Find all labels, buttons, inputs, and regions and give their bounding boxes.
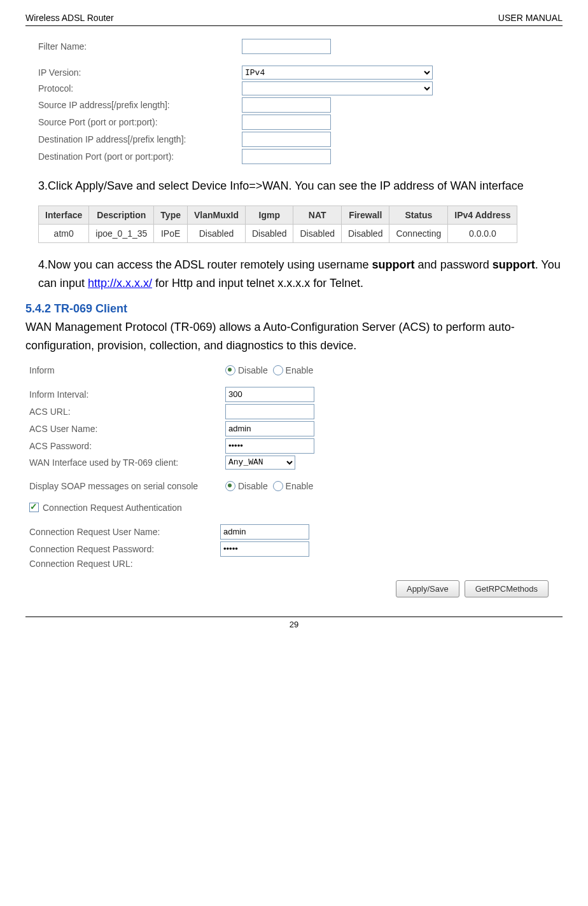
enable-label: Enable	[286, 365, 314, 375]
section-heading-542: 5.4.2 TR-069 Client	[25, 302, 563, 316]
inform-interval-label: Inform Interval:	[29, 389, 225, 400]
acs-url-label: ACS URL:	[29, 407, 225, 417]
cell-description: ipoe_0_1_35	[89, 224, 154, 242]
filter-form: Filter Name: IP Version: IPv4 Protocol: …	[38, 39, 563, 164]
soap-enable-radio[interactable]	[273, 481, 283, 491]
step-4-text: 4.Now you can access the ADSL router rem…	[38, 256, 563, 293]
apply-save-button[interactable]: Apply/Save	[396, 580, 459, 597]
col-status: Status	[389, 206, 448, 224]
col-igmp: Igmp	[246, 206, 293, 224]
col-firewall: Firewall	[341, 206, 389, 224]
section-body: WAN Management Protocol (TR-069) allows …	[25, 318, 563, 355]
soap-enable-label: Enable	[286, 481, 314, 491]
ip-version-select[interactable]: IPv4	[242, 66, 433, 80]
cell-interface: atm0	[39, 224, 89, 242]
conn-auth-label: Connection Request Authentication	[43, 503, 182, 513]
col-nat: NAT	[293, 206, 341, 224]
dst-ip-input[interactable]	[242, 132, 331, 147]
src-port-label: Source Port (port or port:port):	[38, 117, 242, 127]
example-link[interactable]: http://x.x.x.x/	[88, 277, 152, 289]
src-ip-label: Source IP address[/prefix length]:	[38, 100, 242, 110]
conn-auth-checkbox[interactable]	[29, 503, 39, 512]
inform-enable-radio[interactable]	[273, 365, 283, 375]
cell-type: IPoE	[154, 224, 188, 242]
wan-status-table: Interface Description Type VlanMuxId Igm…	[38, 206, 517, 243]
cr-pass-input[interactable]	[220, 541, 309, 557]
inform-interval-input[interactable]	[225, 387, 314, 402]
cr-user-label: Connection Request User Name:	[29, 527, 220, 537]
filter-name-input[interactable]	[242, 39, 331, 54]
filter-name-label: Filter Name:	[38, 41, 242, 52]
soap-label: Display SOAP messages on serial console	[29, 481, 225, 491]
page-header: Wireless ADSL Router USER MANUAL	[25, 13, 563, 26]
disable-label: Disable	[238, 365, 268, 375]
soap-disable-radio[interactable]	[225, 481, 235, 491]
cell-vlanmuxid: Disabled	[187, 224, 245, 242]
dst-ip-label: Destination IP address[/prefix length]:	[38, 134, 242, 144]
cr-user-input[interactable]	[220, 524, 309, 540]
inform-label: Inform	[29, 365, 225, 375]
acs-pass-input[interactable]	[225, 438, 314, 454]
support-username: support	[372, 258, 415, 271]
inform-disable-radio[interactable]	[225, 365, 235, 375]
acs-user-input[interactable]	[225, 421, 314, 436]
acs-url-input[interactable]	[225, 404, 314, 419]
wan-if-select[interactable]: Any_WAN	[225, 456, 295, 470]
tr069-form: Inform Disable Enable Inform Interval: A…	[29, 365, 563, 569]
dst-port-label: Destination Port (port or port:port):	[38, 151, 242, 162]
col-type: Type	[154, 206, 188, 224]
acs-pass-label: ACS Password:	[29, 441, 225, 451]
wan-if-label: WAN Interface used by TR-069 client:	[29, 457, 225, 468]
step-3-text: 3.Click Apply/Save and select Device Inf…	[38, 177, 563, 195]
cell-status: Connecting	[389, 224, 448, 242]
protocol-label: Protocol:	[38, 83, 242, 94]
acs-user-label: ACS User Name:	[29, 424, 225, 434]
soap-disable-label: Disable	[238, 481, 268, 491]
cell-nat: Disabled	[293, 224, 341, 242]
header-left: Wireless ADSL Router	[25, 13, 114, 23]
dst-port-input[interactable]	[242, 149, 331, 164]
get-rpc-methods-button[interactable]: GetRPCMethods	[465, 580, 549, 597]
src-ip-input[interactable]	[242, 97, 331, 113]
cr-pass-label: Connection Request Password:	[29, 544, 220, 554]
protocol-select[interactable]	[242, 81, 433, 95]
src-port-input[interactable]	[242, 115, 331, 130]
col-description: Description	[89, 206, 154, 224]
cell-igmp: Disabled	[246, 224, 293, 242]
col-vlanmuxid: VlanMuxId	[187, 206, 245, 224]
cell-ipv4: 0.0.0.0	[448, 224, 517, 242]
header-right: USER MANUAL	[498, 13, 563, 23]
page-number: 29	[0, 617, 588, 636]
cell-firewall: Disabled	[341, 224, 389, 242]
support-password: support	[493, 258, 535, 271]
col-ipv4: IPv4 Address	[448, 206, 517, 224]
table-header-row: Interface Description Type VlanMuxId Igm…	[39, 206, 517, 224]
col-interface: Interface	[39, 206, 89, 224]
table-row: atm0 ipoe_0_1_35 IPoE Disabled Disabled …	[39, 224, 517, 242]
ip-version-label: IP Version:	[38, 67, 242, 78]
cr-url-label: Connection Request URL:	[29, 559, 220, 569]
